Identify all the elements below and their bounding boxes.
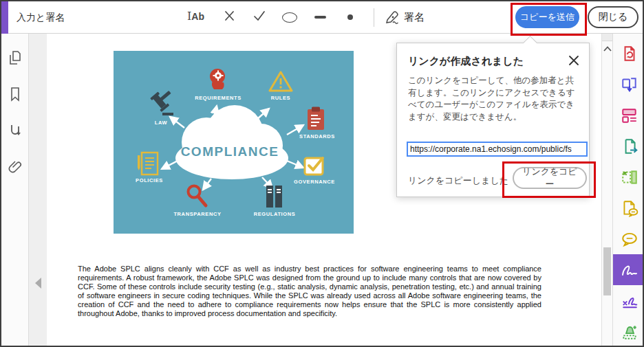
document-icon [136, 150, 160, 180]
cloud-and-arrows [114, 51, 354, 234]
bookmarks-icon[interactable] [7, 86, 23, 102]
request-signatures-icon[interactable] [621, 292, 638, 310]
organize-pages-icon[interactable] [621, 168, 638, 186]
dot-icon[interactable] [347, 14, 353, 20]
close-icon[interactable] [568, 55, 579, 66]
tools-panel [612, 34, 643, 346]
pen-nib-icon[interactable] [385, 10, 401, 27]
check-mark-icon[interactable] [252, 8, 267, 26]
scrollbar-top-box [602, 34, 612, 41]
fill-and-sign-icon[interactable] [613, 254, 644, 285]
export-pdf-icon[interactable] [621, 137, 638, 155]
diagram-node-label: LAW [155, 120, 167, 126]
warning-triangle-icon [268, 70, 294, 96]
send-for-comments-icon[interactable] [621, 199, 638, 217]
combine-files-icon[interactable] [621, 76, 638, 93]
compliance-diagram-image: COMPLIANCE [114, 51, 354, 234]
document-paragraph: The Adobe SPLC aligns cleanly with CCF a… [78, 265, 541, 317]
scroll-up-icon[interactable] [603, 42, 612, 54]
popup-description: このリンクをコピーして、他の参加者と共有します。このリンクにアクセスできるすべて… [408, 75, 581, 123]
text-insert-icon[interactable]: IAb [187, 10, 204, 23]
active-tool-accent-bar [1, 1, 8, 34]
popup-title: リンクが作成されました [408, 55, 524, 68]
toolbar-divider [374, 8, 374, 27]
attachments-icon[interactable] [7, 158, 23, 175]
sign-button[interactable]: 署名 [404, 11, 425, 24]
cross-mark-icon[interactable] [223, 8, 237, 26]
head-gears-icon [206, 67, 230, 96]
binders-icon [262, 183, 287, 213]
create-pdf-icon[interactable] [621, 45, 638, 63]
diagram-node-label: POLICIES [136, 177, 163, 183]
link-copied-status: リンクをコピーしました [408, 175, 508, 187]
checkbox-icon [302, 154, 327, 180]
edit-pdf-icon[interactable] [621, 107, 638, 124]
gavel-icon [147, 91, 178, 122]
diagram-center-label: COMPLIANCE [181, 144, 279, 159]
clipboard-icon [304, 106, 328, 135]
diagram-node-label: REQUIREMENTS [195, 95, 242, 101]
send-copy-button[interactable]: コピーを送信 [515, 6, 579, 28]
toolbar-title: 入力と署名 [17, 12, 65, 24]
diagram-node-label: REGULATIONS [254, 211, 296, 217]
scrollbar-thumb[interactable] [603, 247, 611, 295]
document-scrollbar[interactable] [601, 34, 612, 346]
diagram-node-label: RULES [271, 95, 290, 101]
page-thumbnails-icon[interactable] [7, 49, 23, 66]
share-link-input[interactable] [407, 142, 588, 157]
fill-sign-toolbar: 入力と署名 IAb 署名 コピーを送信 閉じる [1, 1, 643, 34]
diagram-node-label: TRANSPARENCY [173, 211, 221, 217]
circle-icon[interactable] [282, 12, 297, 23]
panel-collapse-arrow-icon[interactable] [35, 278, 41, 289]
magnifier-icon [184, 183, 210, 212]
copy-link-button[interactable]: リンクをコピー [513, 167, 587, 189]
diagram-node-label: GOVERNANCE [294, 179, 335, 185]
dash-icon[interactable] [314, 16, 326, 19]
page-jump-icon[interactable] [7, 122, 23, 139]
stamp-icon[interactable] [621, 323, 638, 341]
close-button[interactable]: 閉じる [588, 6, 638, 28]
navigation-sidebar [1, 34, 29, 346]
acrobat-window: 入力と署名 IAb 署名 コピーを送信 閉じる [0, 0, 644, 347]
diagram-node-label: STANDARDS [299, 133, 335, 139]
comment-icon[interactable] [621, 230, 638, 248]
link-created-popup: リンクが作成されました このリンクをコピーして、他の参加者と共有します。このリン… [396, 43, 590, 197]
text-tool-label: Ab [191, 11, 204, 22]
